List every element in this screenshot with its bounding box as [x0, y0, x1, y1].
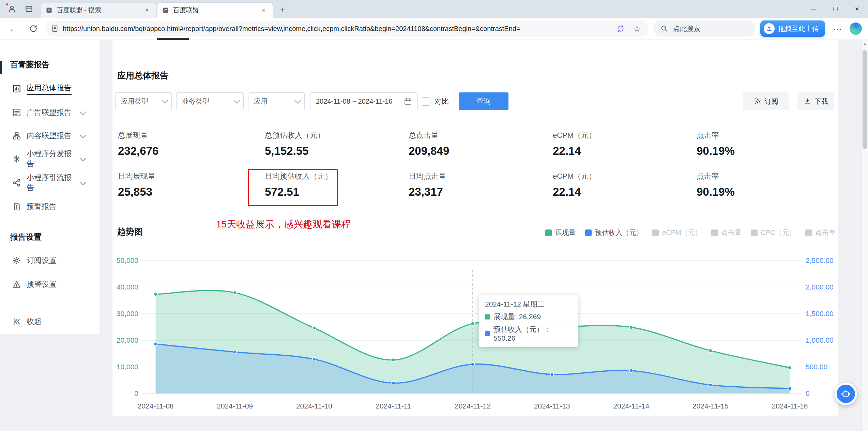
share-icon [12, 178, 21, 187]
browser-tab-1[interactable]: 百度联盟 - 搜索 × [41, 3, 156, 18]
search-icon [660, 25, 668, 33]
tab-close-icon[interactable]: × [259, 6, 268, 15]
stat-ecpm: eCPM（元） 22.14 [553, 130, 596, 158]
stat-daily-clicks: 日均点击量 23,317 [409, 171, 446, 198]
upload-cloud-icon [764, 23, 775, 34]
url-field[interactable]: https://union.baidu.com/bqt/appco.html#/… [46, 21, 649, 36]
chevron-down-icon [80, 179, 86, 185]
stat-daily-ecpm: eCPM（元） 22.14 [553, 171, 596, 198]
tooltip-marker [485, 314, 490, 319]
scrollbar-up-arrow[interactable]: ▲ [862, 41, 868, 46]
sidebar-section-baiqingteng: 百青藤报告 [0, 55, 100, 74]
app-select[interactable]: 应用 [248, 92, 305, 110]
sidebar: 百青藤报告 应用总体报告 广告联盟报告 内容联盟报告 小程序分发报告 小程序引流… [0, 40, 100, 334]
back-button[interactable]: ← [6, 21, 21, 36]
svg-text:2024-11-09: 2024-11-09 [217, 402, 253, 410]
query-button[interactable]: 查询 [459, 92, 508, 110]
sidebar-item-ad-union-report[interactable]: 广告联盟报告 [0, 103, 100, 122]
svg-text:2024-11-08: 2024-11-08 [138, 402, 174, 410]
stat-daily-impressions: 日均展现量 25,853 [118, 171, 155, 198]
sidebar-item-miniprogram-distribution-report[interactable]: 小程序分发报告 [0, 149, 100, 168]
chevron-down-icon [233, 97, 240, 103]
legend-item-cpc[interactable]: CPC（元） [751, 228, 796, 237]
calendar-icon [404, 97, 412, 105]
sidebar-item-content-union-report[interactable]: 内容联盟报告 [0, 126, 100, 145]
legend-item-revenue[interactable]: 预估收入（元） [585, 228, 643, 237]
stat-total-impressions: 总展现量 232,676 [118, 130, 158, 158]
alert-document-icon [12, 202, 21, 211]
svg-text:2,500.00: 2,500.00 [806, 256, 834, 264]
tooltip-row-revenue: 预估收入（元）：550.26 [485, 325, 572, 342]
org-chart-icon [12, 131, 21, 140]
sidebar-item-alert-settings[interactable]: 预警设置 [0, 275, 100, 294]
customer-service-widget[interactable] [835, 383, 857, 405]
chevron-down-icon [80, 132, 86, 138]
svg-text:1,000.00: 1,000.00 [806, 336, 834, 344]
report-main-card: 应用总体报告 应用类型 业务类型 应用 2024-11-08 ~ 2024-11… [112, 40, 838, 416]
svg-text:2024-11-10: 2024-11-10 [296, 402, 332, 410]
close-button[interactable]: × [846, 0, 868, 18]
page-scrollbar[interactable]: ▲ [861, 40, 868, 431]
chart-tooltip: 2024-11-12 星期二 展现量: 26,269 预估收入（元）：550.2… [479, 295, 578, 347]
sidebar-collapse-button[interactable]: 收起 [0, 312, 100, 331]
legend-item-impressions[interactable]: 展现量 [545, 228, 576, 237]
loading-indicator [157, 38, 189, 40]
checkbox-unchecked[interactable] [422, 97, 430, 106]
svg-text:500.00: 500.00 [806, 363, 827, 371]
trend-chart-svg[interactable]: 010,00020,00030,00040,00050,0000500.001,… [112, 248, 836, 416]
chevron-down-icon [294, 97, 301, 103]
svg-text:2024-11-14: 2024-11-14 [613, 402, 649, 410]
subscribe-button[interactable]: 订阅 [743, 92, 789, 110]
tab-close-icon[interactable]: × [142, 6, 151, 15]
drag-upload-button[interactable]: 拖拽至此上传 [760, 20, 825, 37]
more-menu-icon[interactable]: ··· [830, 21, 845, 36]
document-lines-icon [12, 108, 21, 117]
svg-text:30,000: 30,000 [117, 310, 138, 317]
url-text[interactable]: https://union.baidu.com/bqt/appco.html#/… [63, 25, 610, 33]
copilot-icon[interactable] [850, 23, 862, 35]
favorite-star-icon[interactable]: ☆ [631, 23, 643, 35]
svg-text:0: 0 [806, 389, 810, 397]
compare-checkbox[interactable]: 对比 [422, 96, 449, 106]
svg-text:2024-11-13: 2024-11-13 [534, 402, 570, 410]
site-info-icon[interactable] [51, 25, 59, 32]
sidebar-item-app-overall-report[interactable]: 应用总体报告 [0, 79, 100, 98]
download-button[interactable]: 下载 [797, 92, 834, 110]
sync-icon[interactable] [614, 23, 627, 35]
scrollbar-thumb[interactable] [863, 50, 867, 149]
legend-item-ctr[interactable]: 点击率 [805, 228, 836, 237]
stat-total-revenue: 总预估收入（元） 5,152.55 [265, 130, 325, 158]
refresh-button[interactable] [26, 21, 41, 36]
page-title: 应用总体报告 [117, 70, 168, 81]
red-annotation-text: 15天收益展示，感兴趣观看课程 [216, 218, 351, 231]
sidebar-section-report-settings: 报告设置 [0, 227, 100, 247]
search-box[interactable]: 点此搜索 [653, 21, 756, 36]
tooltip-row-impressions: 展现量: 26,269 [485, 312, 572, 322]
minimize-button[interactable]: ─ [803, 0, 824, 18]
sidebar-item-miniprogram-referral-report[interactable]: 小程序引流报告 [0, 173, 100, 192]
svg-text:20,000: 20,000 [117, 336, 138, 344]
legend-item-clicks[interactable]: 点击量 [711, 228, 742, 237]
chevron-down-icon [162, 97, 168, 103]
legend-swatch [545, 229, 552, 236]
app-type-select[interactable]: 应用类型 [115, 92, 172, 110]
maximize-button[interactable]: □ [824, 0, 846, 18]
tab-title: 百度联盟 [173, 6, 255, 15]
sidebar-divider [0, 306, 100, 306]
sidebar-item-subscription-settings[interactable]: 订阅设置 [0, 251, 100, 270]
tab-actions-icon[interactable] [23, 3, 35, 15]
upload-button-label: 拖拽至此上传 [778, 24, 819, 33]
svg-text:2024-11-12: 2024-11-12 [455, 402, 491, 410]
svg-text:2024-11-16: 2024-11-16 [772, 402, 808, 410]
legend-item-ecpm[interactable]: eCPM（元） [652, 228, 702, 237]
legend-swatch [751, 229, 758, 236]
stat-ctr: 点击率 90.19% [697, 130, 735, 158]
profile-avatar-icon[interactable] [6, 3, 18, 15]
new-tab-button[interactable]: + [275, 3, 289, 16]
legend-swatch [585, 229, 592, 236]
svg-text:2,000.00: 2,000.00 [806, 283, 834, 291]
business-type-select[interactable]: 业务类型 [176, 92, 244, 110]
date-range-picker[interactable]: 2024-11-08 ~ 2024-11-16 [310, 92, 418, 110]
sidebar-item-alert-report[interactable]: 预警报告 [0, 197, 100, 216]
browser-tab-2-active[interactable]: 百度联盟 × [157, 3, 273, 18]
